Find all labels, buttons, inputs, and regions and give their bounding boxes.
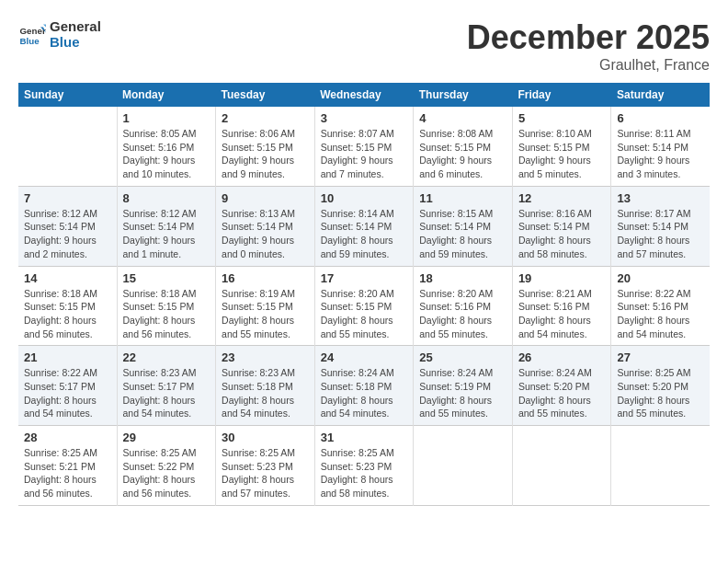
column-header-monday: Monday bbox=[117, 83, 216, 107]
month-title: December 2025 bbox=[467, 18, 710, 57]
logo-icon: General Blue bbox=[18, 20, 46, 48]
calendar-cell: 25Sunrise: 8:24 AM Sunset: 5:19 PM Dayli… bbox=[414, 346, 513, 426]
calendar-cell: 18Sunrise: 8:20 AM Sunset: 5:16 PM Dayli… bbox=[414, 266, 513, 346]
column-header-sunday: Sunday bbox=[18, 83, 117, 107]
calendar-cell: 14Sunrise: 8:18 AM Sunset: 5:15 PM Dayli… bbox=[18, 266, 117, 346]
calendar-cell: 5Sunrise: 8:10 AM Sunset: 5:15 PM Daylig… bbox=[512, 107, 611, 186]
calendar-cell: 30Sunrise: 8:25 AM Sunset: 5:23 PM Dayli… bbox=[216, 426, 315, 506]
day-number: 11 bbox=[419, 191, 506, 205]
calendar-cell bbox=[18, 107, 117, 186]
day-number: 31 bbox=[321, 431, 408, 444]
calendar-cell: 22Sunrise: 8:23 AM Sunset: 5:17 PM Dayli… bbox=[117, 346, 216, 426]
day-number: 2 bbox=[222, 111, 309, 125]
calendar-cell: 28Sunrise: 8:25 AM Sunset: 5:21 PM Dayli… bbox=[18, 426, 117, 506]
day-info: Sunrise: 8:12 AM Sunset: 5:14 PM Dayligh… bbox=[123, 207, 210, 261]
calendar-cell: 21Sunrise: 8:22 AM Sunset: 5:17 PM Dayli… bbox=[18, 346, 117, 426]
day-info: Sunrise: 8:24 AM Sunset: 5:18 PM Dayligh… bbox=[321, 366, 408, 420]
calendar-cell: 26Sunrise: 8:24 AM Sunset: 5:20 PM Dayli… bbox=[512, 346, 611, 426]
calendar-cell: 1Sunrise: 8:05 AM Sunset: 5:16 PM Daylig… bbox=[117, 107, 216, 186]
calendar-cell: 2Sunrise: 8:06 AM Sunset: 5:15 PM Daylig… bbox=[216, 107, 315, 186]
day-info: Sunrise: 8:23 AM Sunset: 5:17 PM Dayligh… bbox=[123, 366, 210, 420]
day-info: Sunrise: 8:22 AM Sunset: 5:16 PM Dayligh… bbox=[617, 287, 704, 341]
calendar-cell bbox=[611, 426, 710, 506]
day-number: 16 bbox=[222, 271, 309, 285]
day-number: 1 bbox=[123, 111, 210, 125]
calendar-cell bbox=[512, 426, 611, 506]
day-number: 22 bbox=[123, 350, 210, 364]
svg-text:Blue: Blue bbox=[20, 36, 40, 46]
calendar-cell: 12Sunrise: 8:16 AM Sunset: 5:14 PM Dayli… bbox=[512, 186, 611, 266]
day-info: Sunrise: 8:18 AM Sunset: 5:15 PM Dayligh… bbox=[123, 287, 210, 341]
day-info: Sunrise: 8:08 AM Sunset: 5:15 PM Dayligh… bbox=[419, 127, 506, 181]
day-info: Sunrise: 8:07 AM Sunset: 5:15 PM Dayligh… bbox=[321, 127, 408, 181]
day-number: 28 bbox=[24, 431, 111, 444]
day-number: 21 bbox=[24, 350, 111, 364]
day-number: 10 bbox=[321, 191, 408, 205]
day-info: Sunrise: 8:25 AM Sunset: 5:23 PM Dayligh… bbox=[222, 446, 309, 500]
day-info: Sunrise: 8:12 AM Sunset: 5:14 PM Dayligh… bbox=[24, 207, 111, 261]
calendar-cell: 11Sunrise: 8:15 AM Sunset: 5:14 PM Dayli… bbox=[414, 186, 513, 266]
calendar-cell: 24Sunrise: 8:24 AM Sunset: 5:18 PM Dayli… bbox=[314, 346, 414, 426]
calendar-week-row: 7Sunrise: 8:12 AM Sunset: 5:14 PM Daylig… bbox=[18, 186, 710, 266]
day-info: Sunrise: 8:19 AM Sunset: 5:15 PM Dayligh… bbox=[222, 287, 309, 341]
day-number: 19 bbox=[518, 271, 606, 285]
day-number: 20 bbox=[617, 271, 704, 285]
calendar-cell: 16Sunrise: 8:19 AM Sunset: 5:15 PM Dayli… bbox=[216, 266, 315, 346]
calendar-cell: 23Sunrise: 8:23 AM Sunset: 5:18 PM Dayli… bbox=[216, 346, 315, 426]
day-number: 9 bbox=[222, 191, 309, 205]
day-info: Sunrise: 8:25 AM Sunset: 5:23 PM Dayligh… bbox=[321, 446, 408, 500]
day-info: Sunrise: 8:20 AM Sunset: 5:15 PM Dayligh… bbox=[321, 287, 408, 341]
day-number: 3 bbox=[321, 111, 408, 125]
day-info: Sunrise: 8:25 AM Sunset: 5:21 PM Dayligh… bbox=[24, 446, 111, 500]
calendar-cell: 19Sunrise: 8:21 AM Sunset: 5:16 PM Dayli… bbox=[512, 266, 611, 346]
day-number: 27 bbox=[617, 350, 704, 364]
day-number: 12 bbox=[518, 191, 606, 205]
logo: General Blue General Blue bbox=[18, 18, 101, 50]
title-block: December 2025 Graulhet, France bbox=[467, 18, 710, 74]
calendar-cell: 31Sunrise: 8:25 AM Sunset: 5:23 PM Dayli… bbox=[314, 426, 414, 506]
calendar-week-row: 28Sunrise: 8:25 AM Sunset: 5:21 PM Dayli… bbox=[18, 426, 710, 506]
column-header-tuesday: Tuesday bbox=[216, 83, 315, 107]
day-info: Sunrise: 8:10 AM Sunset: 5:15 PM Dayligh… bbox=[518, 127, 606, 181]
page-header: General Blue General Blue December 2025 … bbox=[18, 18, 710, 74]
calendar-table: SundayMondayTuesdayWednesdayThursdayFrid… bbox=[18, 83, 710, 506]
day-info: Sunrise: 8:05 AM Sunset: 5:16 PM Dayligh… bbox=[123, 127, 210, 181]
day-number: 18 bbox=[419, 271, 506, 285]
day-info: Sunrise: 8:13 AM Sunset: 5:14 PM Dayligh… bbox=[222, 207, 309, 261]
day-info: Sunrise: 8:11 AM Sunset: 5:14 PM Dayligh… bbox=[617, 127, 704, 181]
calendar-week-row: 14Sunrise: 8:18 AM Sunset: 5:15 PM Dayli… bbox=[18, 266, 710, 346]
day-info: Sunrise: 8:24 AM Sunset: 5:19 PM Dayligh… bbox=[419, 366, 506, 420]
day-info: Sunrise: 8:18 AM Sunset: 5:15 PM Dayligh… bbox=[24, 287, 111, 341]
calendar-cell: 8Sunrise: 8:12 AM Sunset: 5:14 PM Daylig… bbox=[117, 186, 216, 266]
day-info: Sunrise: 8:15 AM Sunset: 5:14 PM Dayligh… bbox=[419, 207, 506, 261]
calendar-cell: 4Sunrise: 8:08 AM Sunset: 5:15 PM Daylig… bbox=[414, 107, 513, 186]
day-number: 6 bbox=[617, 111, 704, 125]
day-info: Sunrise: 8:14 AM Sunset: 5:14 PM Dayligh… bbox=[321, 207, 408, 261]
calendar-week-row: 21Sunrise: 8:22 AM Sunset: 5:17 PM Dayli… bbox=[18, 346, 710, 426]
calendar-week-row: 1Sunrise: 8:05 AM Sunset: 5:16 PM Daylig… bbox=[18, 107, 710, 186]
day-number: 4 bbox=[419, 111, 506, 125]
logo-general: General bbox=[50, 18, 101, 34]
day-number: 23 bbox=[222, 350, 309, 364]
calendar-cell: 13Sunrise: 8:17 AM Sunset: 5:14 PM Dayli… bbox=[611, 186, 710, 266]
calendar-cell: 3Sunrise: 8:07 AM Sunset: 5:15 PM Daylig… bbox=[314, 107, 414, 186]
calendar-cell: 20Sunrise: 8:22 AM Sunset: 5:16 PM Dayli… bbox=[611, 266, 710, 346]
location-subtitle: Graulhet, France bbox=[467, 57, 710, 74]
calendar-header-row: SundayMondayTuesdayWednesdayThursdayFrid… bbox=[18, 83, 710, 107]
day-info: Sunrise: 8:21 AM Sunset: 5:16 PM Dayligh… bbox=[518, 287, 606, 341]
day-info: Sunrise: 8:24 AM Sunset: 5:20 PM Dayligh… bbox=[518, 366, 606, 420]
day-number: 26 bbox=[518, 350, 606, 364]
day-info: Sunrise: 8:16 AM Sunset: 5:14 PM Dayligh… bbox=[518, 207, 606, 261]
day-number: 24 bbox=[321, 350, 408, 364]
day-number: 5 bbox=[518, 111, 606, 125]
day-number: 29 bbox=[123, 431, 210, 444]
calendar-cell: 7Sunrise: 8:12 AM Sunset: 5:14 PM Daylig… bbox=[18, 186, 117, 266]
calendar-cell: 15Sunrise: 8:18 AM Sunset: 5:15 PM Dayli… bbox=[117, 266, 216, 346]
day-number: 30 bbox=[222, 431, 309, 444]
day-number: 17 bbox=[321, 271, 408, 285]
calendar-cell: 17Sunrise: 8:20 AM Sunset: 5:15 PM Dayli… bbox=[314, 266, 414, 346]
day-info: Sunrise: 8:25 AM Sunset: 5:20 PM Dayligh… bbox=[617, 366, 704, 420]
day-number: 7 bbox=[24, 191, 111, 205]
logo-blue: Blue bbox=[50, 34, 101, 50]
calendar-cell: 9Sunrise: 8:13 AM Sunset: 5:14 PM Daylig… bbox=[216, 186, 315, 266]
